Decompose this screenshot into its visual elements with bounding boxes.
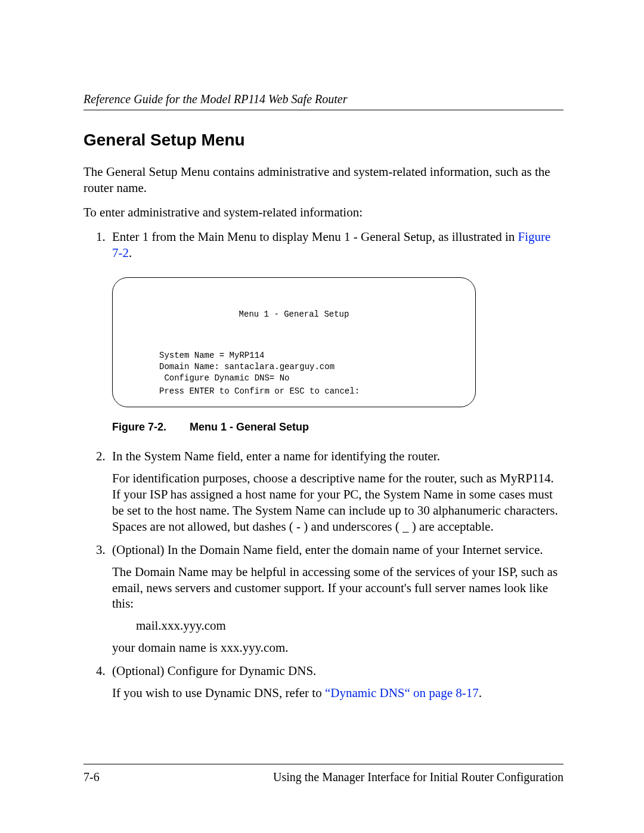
running-header: Reference Guide for the Model RP114 Web … [83,92,564,110]
step-1: Enter 1 from the Main Menu to display Me… [109,229,564,435]
section-title: General Setup Menu [83,131,564,150]
page-number: 7-6 [83,770,100,784]
dynamic-dns-link[interactable]: “Dynamic DNS“ on page 8-17 [325,686,479,700]
step-3-example: mail.xxx.yyy.com [136,618,564,634]
terminal-body: System Name = MyRP114 Domain Name: santa… [125,350,463,384]
figure-7-2: Menu 1 - General Setup System Name = MyR… [112,277,564,434]
page: Reference Guide for the Model RP114 Web … [0,0,644,833]
figure-title: Menu 1 - General Setup [190,421,309,433]
step-4-a: (Optional) Configure for Dynamic DNS. [112,664,316,678]
step-4-b: If you wish to use Dynamic DNS, refer to… [112,685,564,701]
step-1-suffix: . [129,246,132,260]
figure-label: Figure 7-2. [112,420,190,434]
step-3-c: your domain name is xxx.yyy.com. [112,640,564,656]
terminal-line-1: System Name = MyRP114 [159,351,264,360]
terminal-line-2: Domain Name: santaclara.gearguy.com [159,362,335,371]
step-3-a: (Optional) In the Domain Name field, ent… [112,543,543,557]
step-3: (Optional) In the Domain Name field, ent… [109,542,564,656]
step-2-b: For identification purposes, choose a de… [112,470,564,535]
terminal-footer: Press ENTER to Confirm or ESC to cancel: [113,386,475,397]
step-4-b-suffix: . [479,686,482,700]
chapter-title: Using the Manager Interface for Initial … [273,770,564,784]
terminal-title: Menu 1 - General Setup [125,309,463,320]
terminal-box: Menu 1 - General Setup System Name = MyR… [112,277,476,407]
step-3-b: The Domain Name may be helpful in access… [112,564,564,612]
terminal-line-3: Configure Dynamic DNS= No [159,373,289,383]
intro-paragraph-2: To enter administrative and system-relat… [83,205,564,221]
step-4-b-prefix: If you wish to use Dynamic DNS, refer to [112,686,325,700]
steps-list: Enter 1 from the Main Menu to display Me… [83,229,564,701]
step-4: (Optional) Configure for Dynamic DNS. If… [109,663,564,701]
step-2-a: In the System Name field, enter a name f… [112,449,440,463]
intro-paragraph-1: The General Setup Menu contains administ… [83,164,564,196]
step-1-text: Enter 1 from the Main Menu to display Me… [112,230,518,244]
step-2: In the System Name field, enter a name f… [109,448,564,534]
page-footer: 7-6 Using the Manager Interface for Init… [83,764,564,784]
figure-caption: Figure 7-2.Menu 1 - General Setup [112,420,564,434]
